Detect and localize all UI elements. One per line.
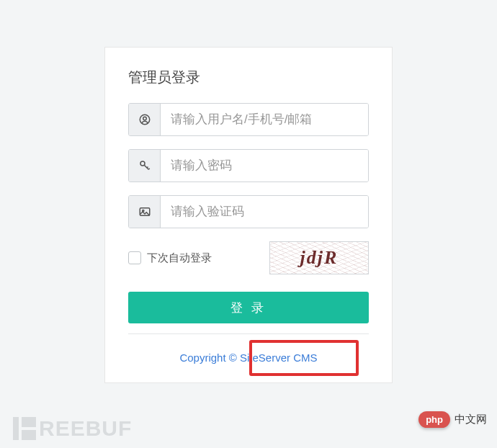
divider [128,333,369,334]
captcha-text: jdjR [300,247,339,269]
remember-captcha-row: 下次自动登录 jdjR [128,241,369,274]
password-group [128,149,369,182]
svg-point-2 [140,161,145,166]
php-pill: php [418,411,450,428]
freebuf-watermark: REEBUF [13,416,132,441]
freebuf-text: REEBUF [39,416,132,441]
username-group [128,103,369,136]
key-icon [129,150,161,182]
remember-label: 下次自动登录 [147,251,212,265]
username-input[interactable] [161,104,368,135]
copyright-link[interactable]: Copyright © SiteServer CMS [179,351,317,364]
captcha-image[interactable]: jdjR [269,241,369,274]
svg-point-1 [143,117,146,120]
remember-label-wrap[interactable]: 下次自动登录 [128,251,212,265]
php-text: 中文网 [455,413,487,426]
card-title: 管理员登录 [128,68,369,87]
freebuf-icon [13,417,36,440]
login-card: 管理员登录 下次自动登录 jdjR 登 录 Copyright © SiteSe… [104,47,393,383]
remember-checkbox[interactable] [128,251,141,264]
login-button[interactable]: 登 录 [128,292,369,323]
password-input[interactable] [161,150,368,182]
captcha-group [128,195,369,228]
copyright-row: Copyright © SiteServer CMS [128,346,369,369]
php-watermark: php 中文网 [418,411,487,428]
user-icon [129,104,161,135]
captcha-input[interactable] [161,196,368,228]
image-icon [129,196,161,228]
